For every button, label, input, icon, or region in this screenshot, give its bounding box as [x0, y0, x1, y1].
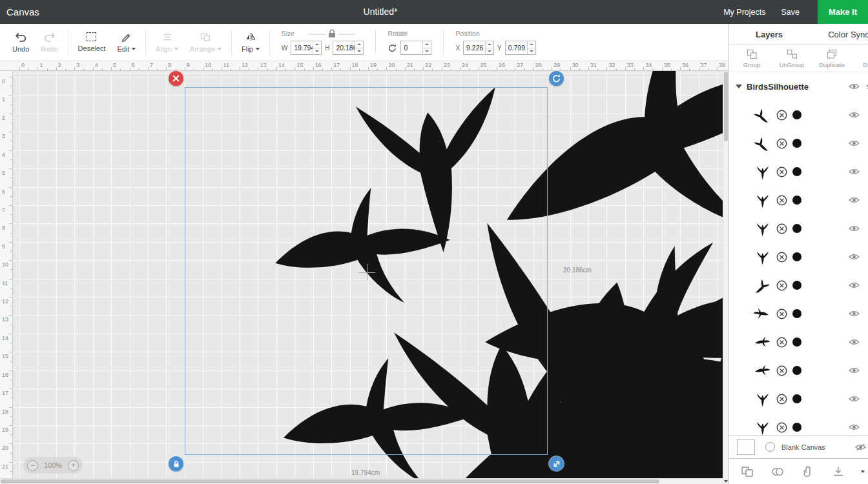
- undo-button[interactable]: Undo: [6, 24, 35, 61]
- visibility-eye-icon[interactable]: [849, 112, 860, 119]
- delete-button[interactable]: Delete: [852, 45, 868, 72]
- linetype-cut-icon[interactable]: [776, 110, 787, 121]
- resize-handle[interactable]: [549, 456, 564, 471]
- y-input[interactable]: [506, 41, 527, 54]
- canvas-visibility-eye-off-icon[interactable]: [855, 443, 866, 450]
- rotate-step-up[interactable]: [423, 41, 431, 48]
- visibility-eye-icon[interactable]: [849, 424, 860, 431]
- layer-color-swatch[interactable]: [792, 167, 801, 176]
- layer-color-swatch[interactable]: [792, 110, 801, 119]
- visibility-eye-icon[interactable]: [849, 168, 860, 176]
- layer-color-swatch[interactable]: [792, 252, 801, 261]
- my-projects-link[interactable]: My Projects: [723, 8, 765, 17]
- canvas-color-swatch[interactable]: [737, 439, 755, 455]
- save-link[interactable]: Save: [781, 8, 800, 17]
- delete-handle[interactable]: [169, 71, 183, 86]
- layer-color-swatch[interactable]: [792, 394, 801, 403]
- y-step-down[interactable]: [528, 48, 535, 55]
- rotate-input[interactable]: [401, 41, 422, 54]
- layer-color-swatch[interactable]: [792, 139, 801, 148]
- visibility-eye-icon[interactable]: [849, 197, 860, 204]
- linetype-cut-icon[interactable]: [776, 166, 787, 177]
- align-button[interactable]: Align: [150, 24, 183, 61]
- width-input[interactable]: [291, 41, 313, 54]
- linetype-cut-icon[interactable]: [776, 422, 787, 433]
- x-step-down[interactable]: [486, 48, 493, 55]
- vertical-scrollbar-thumb[interactable]: [724, 72, 728, 141]
- layer-row[interactable]: [729, 157, 868, 186]
- linetype-cut-icon[interactable]: [776, 394, 787, 405]
- zoom-in-button[interactable]: +: [68, 460, 79, 471]
- linetype-cut-icon[interactable]: [776, 252, 787, 263]
- linetype-cut-icon[interactable]: [776, 195, 787, 206]
- layer-row[interactable]: [729, 385, 868, 413]
- layer-color-swatch[interactable]: [792, 366, 801, 375]
- redo-button[interactable]: Redo: [35, 24, 63, 61]
- flatten-icon[interactable]: [832, 466, 845, 478]
- design-canvas[interactable]: 20.186cm 19.794cm: [0, 71, 723, 478]
- layer-color-swatch[interactable]: [792, 338, 801, 347]
- group-button[interactable]: Group: [732, 45, 772, 72]
- width-step-down[interactable]: [313, 48, 321, 55]
- zoom-out-button[interactable]: −: [27, 460, 38, 471]
- height-step-down[interactable]: [355, 48, 363, 55]
- horizontal-scrollbar[interactable]: [0, 478, 723, 484]
- layer-color-swatch[interactable]: [792, 196, 801, 205]
- visibility-eye-icon[interactable]: [849, 310, 860, 318]
- deselect-button[interactable]: Deselect: [72, 24, 112, 61]
- lock-handle[interactable]: [169, 456, 183, 471]
- flip-button[interactable]: Flip: [236, 24, 265, 61]
- linetype-cut-icon[interactable]: [776, 138, 787, 149]
- layer-row[interactable]: [729, 243, 868, 271]
- rotate-step-down[interactable]: [423, 48, 431, 55]
- x-input[interactable]: [464, 41, 485, 54]
- selection-box[interactable]: [185, 87, 548, 455]
- visibility-eye-icon[interactable]: [849, 367, 860, 374]
- attach-icon[interactable]: [801, 466, 814, 478]
- make-it-button[interactable]: Make It: [818, 0, 868, 24]
- width-step-up[interactable]: [313, 41, 321, 48]
- visibility-eye-icon[interactable]: [849, 140, 860, 147]
- linetype-cut-icon[interactable]: [776, 223, 787, 234]
- blank-canvas-row[interactable]: Blank Canvas: [729, 435, 868, 458]
- layer-row[interactable]: [729, 101, 868, 129]
- layer-row[interactable]: [729, 186, 868, 214]
- y-step-up[interactable]: [528, 41, 535, 48]
- rotate-handle[interactable]: [549, 71, 564, 86]
- layer-row[interactable]: [729, 356, 868, 385]
- bird-silhouette[interactable]: [0, 165, 87, 478]
- x-step-up[interactable]: [486, 41, 493, 48]
- linetype-cut-icon[interactable]: [776, 308, 787, 319]
- layer-row[interactable]: [729, 214, 868, 243]
- height-step-up[interactable]: [355, 41, 363, 48]
- collapse-caret-icon[interactable]: [736, 85, 742, 88]
- visibility-eye-icon[interactable]: [849, 282, 860, 289]
- duplicate-button[interactable]: Duplicate: [812, 45, 852, 72]
- layer-color-swatch[interactable]: [792, 309, 801, 318]
- linetype-cut-icon[interactable]: [776, 365, 787, 376]
- layer-color-swatch[interactable]: [792, 224, 801, 233]
- layer-row[interactable]: [729, 129, 868, 157]
- visibility-eye-icon[interactable]: [849, 396, 860, 403]
- visibility-eye-icon[interactable]: [849, 225, 860, 232]
- layer-group-header[interactable]: BirdsSilhouette ≡: [729, 72, 868, 101]
- ungroup-button[interactable]: UnGroup: [772, 45, 812, 72]
- layer-row[interactable]: [729, 271, 868, 299]
- layer-color-swatch[interactable]: [792, 281, 801, 290]
- lock-aspect-ratio-icon[interactable]: [307, 29, 356, 38]
- layer-row[interactable]: [729, 299, 868, 328]
- height-input[interactable]: [333, 41, 355, 54]
- visibility-eye-icon[interactable]: [849, 339, 860, 346]
- linetype-cut-icon[interactable]: [776, 337, 787, 348]
- edit-menu-button[interactable]: Edit: [111, 24, 141, 61]
- visibility-eye-icon[interactable]: [849, 254, 860, 261]
- tab-color-sync[interactable]: Color Sync: [809, 24, 868, 45]
- linetype-cut-icon[interactable]: [776, 280, 787, 291]
- layer-row[interactable]: [729, 328, 868, 356]
- vertical-scrollbar[interactable]: [723, 71, 728, 478]
- canvas-shape-icon[interactable]: [765, 442, 775, 452]
- group-visibility-eye-icon[interactable]: [849, 83, 860, 90]
- weld-icon[interactable]: [771, 466, 784, 478]
- layer-color-swatch[interactable]: [792, 423, 801, 432]
- horizontal-scrollbar-thumb[interactable]: [1, 479, 659, 483]
